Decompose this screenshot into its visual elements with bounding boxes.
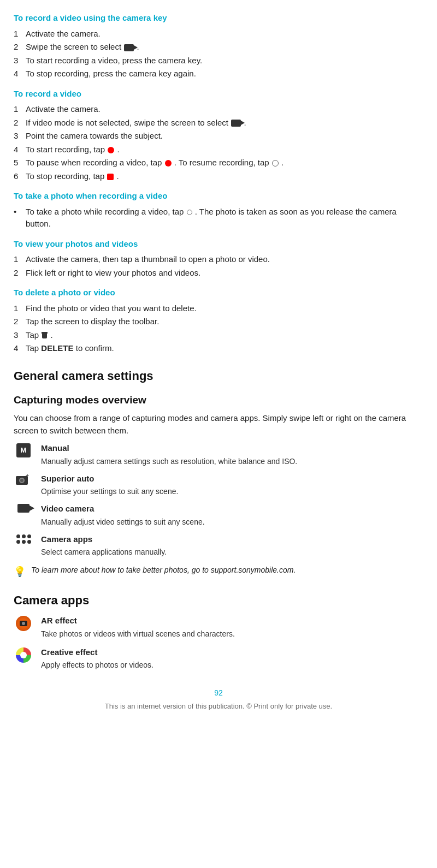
mode-item-manual: M Manual Manually adjust camera settings… <box>14 442 423 467</box>
page-footer: 92 This is an internet version of this p… <box>14 687 423 712</box>
section-take-photo-recording: To take a photo when recording a video •… <box>14 190 423 230</box>
tip-row: 💡 To learn more about how to take better… <box>14 564 423 579</box>
mode-content-manual: Manual Manually adjust camera settings s… <box>41 442 297 467</box>
list-num: 5 <box>14 157 21 169</box>
app-desc-ar: Take photos or videos with virtual scene… <box>41 628 235 640</box>
list-num: 3 <box>14 55 21 67</box>
superior-svg: + <box>16 474 31 486</box>
list-num: 3 <box>14 329 21 342</box>
list-text: Swipe the screen to select . <box>26 41 139 53</box>
list-item: 1 Activate the camera. <box>14 103 423 116</box>
app-content-ar: AR effect Take photos or videos with vir… <box>41 615 235 640</box>
list-num: 2 <box>14 117 21 129</box>
mode-title-video-camera: Video camera <box>41 503 205 515</box>
take-photo-list: • To take a photo while recording a vide… <box>14 206 423 230</box>
record-video-list: 1 Activate the camera. 2 If video mode i… <box>14 103 423 182</box>
trash-icon <box>42 332 48 339</box>
bullet: • <box>14 206 21 230</box>
mode-desc-manual: Manually adjust camera settings such as … <box>41 456 297 467</box>
list-item: • To take a photo while recording a vide… <box>14 206 423 230</box>
app-item-ar: AR effect Take photos or videos with vir… <box>14 615 423 640</box>
modes-list: M Manual Manually adjust camera settings… <box>14 442 423 558</box>
ar-icon <box>16 616 31 631</box>
page-number: 92 <box>14 687 423 699</box>
svg-point-2 <box>20 479 23 482</box>
section-heading-take-photo: To take a photo when recording a video <box>14 190 423 203</box>
section-record-video: To record a video 1 Activate the camera.… <box>14 88 423 183</box>
list-num: 2 <box>14 316 21 328</box>
list-text: To start recording a video, press the ca… <box>26 55 202 67</box>
list-num: 2 <box>14 267 21 280</box>
list-item: 6 To stop recording, tap . <box>14 170 423 183</box>
app-title-creative: Creative effect <box>41 646 153 659</box>
mode-item-camera-apps: Camera apps Select camera applications m… <box>14 533 423 558</box>
mode-item-video-camera: Video camera Manually adjust video setti… <box>14 503 423 528</box>
list-text: Tap DELETE to confirm. <box>26 342 114 355</box>
list-num: 1 <box>14 28 21 40</box>
list-item: 2 If video mode is not selected, swipe t… <box>14 117 423 129</box>
list-num: 1 <box>14 103 21 116</box>
tip-text: To learn more about how to take better p… <box>31 564 296 576</box>
list-item: 2 Flick left or right to view your photo… <box>14 267 423 280</box>
mode-desc-video-camera: Manually adjust video settings to suit a… <box>41 516 205 528</box>
section-heading-record-video: To record a video <box>14 88 423 100</box>
list-num: 6 <box>14 170 21 183</box>
ar-icon-cell <box>14 615 33 631</box>
dot <box>22 534 26 538</box>
list-text: To start recording, tap . <box>26 144 120 156</box>
svg-text:+: + <box>26 474 29 478</box>
list-num: 2 <box>14 41 21 53</box>
section-heading-view-photos: To view your photos and videos <box>14 238 423 251</box>
resume-icon <box>272 160 279 167</box>
mode-icon-manual: M <box>14 442 33 457</box>
list-text: Tap . <box>26 329 53 342</box>
mode-icon-video-camera <box>14 503 33 513</box>
mode-content-video-camera: Video camera Manually adjust video setti… <box>41 503 205 528</box>
list-text: To stop recording, press the camera key … <box>26 68 196 80</box>
section-delete-photo: To delete a photo or video 1 Find the ph… <box>14 287 423 355</box>
section-heading-record-camera-key: To record a video using the camera key <box>14 12 423 25</box>
list-item: 2 Swipe the screen to select . <box>14 41 423 53</box>
list-num: 3 <box>14 130 21 142</box>
stop-icon <box>107 174 114 180</box>
delete-photo-list: 1 Find the photo or video that you want … <box>14 302 423 355</box>
video-icon <box>124 44 134 51</box>
creative-icon <box>16 647 31 663</box>
list-item: 3 Point the camera towards the subject. <box>14 130 423 142</box>
list-text: To stop recording, tap . <box>26 170 119 183</box>
list-num: 1 <box>14 302 21 315</box>
mode-content-camera-apps: Camera apps Select camera applications m… <box>41 533 167 558</box>
app-item-creative: Creative effect Apply effects to photos … <box>14 646 423 671</box>
list-item: 2 Tap the screen to display the toolbar. <box>14 316 423 328</box>
video-icon <box>231 120 241 127</box>
section-record-camera-key: To record a video using the camera key 1… <box>14 12 423 80</box>
section-camera-apps: Camera apps AR effect Take photos or vid… <box>14 591 423 671</box>
mode-item-superior: + Superior auto Optimise your settings t… <box>14 473 423 498</box>
list-item: 1 Activate the camera. <box>14 28 423 40</box>
app-desc-creative: Apply effects to photos or videos. <box>41 659 153 671</box>
video-lg-icon <box>17 504 29 513</box>
view-photos-list: 1 Activate the camera, then tap a thumbn… <box>14 253 423 279</box>
camera-apps-heading: Camera apps <box>14 591 423 609</box>
list-item: 4 To start recording, tap . <box>14 144 423 156</box>
delete-bold: DELETE <box>41 343 73 353</box>
list-num: 1 <box>14 253 21 266</box>
list-item: 3 Tap . <box>14 329 423 342</box>
dot <box>27 540 31 544</box>
list-item: 4 To stop recording, press the camera ke… <box>14 68 423 80</box>
capturing-modes-description: You can choose from a range of capturing… <box>14 412 423 437</box>
mode-title-camera-apps: Camera apps <box>41 533 167 546</box>
footer-notice: This is an internet version of this publ… <box>105 702 332 710</box>
dot <box>27 534 31 538</box>
list-num: 4 <box>14 342 21 355</box>
record-camera-key-list: 1 Activate the camera. 2 Swipe the scree… <box>14 28 423 80</box>
list-text: Point the camera towards the subject. <box>26 130 163 142</box>
section-view-photos: To view your photos and videos 1 Activat… <box>14 238 423 280</box>
list-text: To take a photo while recording a video,… <box>26 206 423 230</box>
ar-icon-inner <box>20 621 27 626</box>
dot <box>22 540 26 544</box>
list-text: Activate the camera, then tap a thumbnai… <box>26 253 270 266</box>
app-content-creative: Creative effect Apply effects to photos … <box>41 646 153 671</box>
dot <box>16 540 20 544</box>
section-general-settings: General camera settings Capturing modes … <box>14 367 423 580</box>
